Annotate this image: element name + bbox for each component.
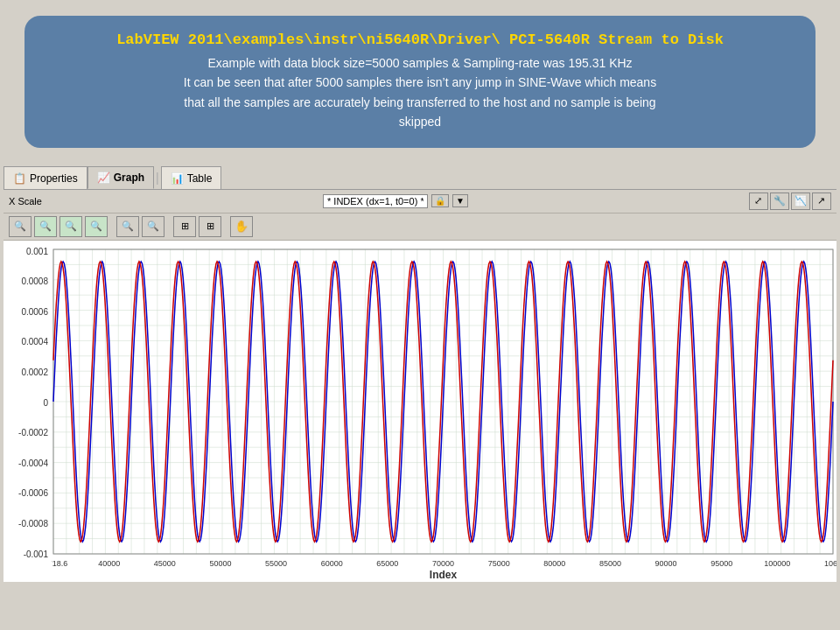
svg-text:75000: 75000	[488, 559, 510, 568]
zoom-fit-button[interactable]: 🔍	[9, 216, 32, 237]
graph-tab[interactable]: 📈 Graph	[88, 166, 154, 189]
y-label-n0002: -0.0002	[18, 429, 48, 438]
info-line3: that all the samples are accurately bein…	[46, 93, 794, 112]
zoom-x-button[interactable]: 🔍	[34, 216, 57, 237]
lock-button[interactable]: 🔒	[431, 194, 449, 207]
zoom-region-button[interactable]: 🔍	[85, 216, 108, 237]
svg-text:70000: 70000	[432, 559, 454, 568]
xscale-left: X Scale	[9, 196, 42, 206]
graph-icon: 📈	[97, 172, 110, 184]
zoom-y-button[interactable]: 🔍	[60, 216, 82, 237]
xscale-row: X Scale 🔒 ▼ ⤢ 🔧 📉 ↗	[4, 190, 836, 214]
info-box: LabVIEW 2011\examples\instr\ni5640R\Driv…	[24, 16, 816, 148]
svg-text:90000: 90000	[655, 559, 677, 568]
svg-text:85000: 85000	[599, 559, 621, 568]
y-label-0006: 0.0006	[21, 308, 48, 317]
tab-separator: |	[154, 171, 161, 185]
export-button[interactable]: ↗	[812, 192, 831, 210]
resize-button[interactable]: ⊞	[199, 216, 221, 237]
y-label-0004: 0.0004	[21, 338, 48, 346]
info-line2: It can be seen that after 5000 samples t…	[46, 73, 794, 92]
info-body: Example with data block size=5000 sample…	[46, 53, 794, 132]
y-label-0002: 0.0002	[21, 368, 48, 377]
svg-text:60000: 60000	[321, 559, 343, 568]
panel: 📋 Properties 📈 Graph | 📊 Table X Scale 🔒…	[4, 164, 836, 582]
properties-label: Properties	[30, 172, 78, 185]
zoom-in-button[interactable]: 🔍	[116, 216, 139, 237]
info-line1: Example with data block size=5000 sample…	[46, 53, 794, 73]
svg-text:33718.6: 33718.6	[52, 559, 67, 568]
y-label-n0004: -0.0004	[18, 459, 48, 468]
xscale-label: X Scale	[9, 196, 42, 206]
xscale-right-buttons: ⤢ 🔧 📉 ↗	[749, 192, 831, 210]
svg-text:100000: 100000	[764, 559, 790, 568]
svg-text:55000: 55000	[265, 559, 287, 568]
y-label-n0008: -0.0008	[18, 520, 48, 528]
x-axis-label: Index	[430, 569, 458, 581]
y-label-0: 0	[43, 399, 48, 408]
y-label-n001: -0.001	[24, 550, 48, 559]
info-title: LabVIEW 2011\examples\instr\ni5640R\Driv…	[46, 32, 794, 48]
svg-text:95000: 95000	[710, 559, 732, 568]
y-label-n0006: -0.0006	[18, 489, 48, 498]
table-tab[interactable]: 📊 Table	[161, 166, 222, 189]
y-label-0001: 0.001	[26, 248, 48, 256]
svg-text:40000: 40000	[98, 559, 120, 568]
xscale-input-group: 🔒 ▼	[323, 194, 468, 208]
tabs-row: 📋 Properties 📈 Graph | 📊 Table	[4, 164, 836, 190]
table-label: Table	[187, 172, 213, 185]
info-line4: skipped	[46, 112, 794, 131]
toolbar-row: 🔍 🔍 🔍 🔍 🔍 🔍 ⊞ ⊞ ✋	[4, 214, 836, 241]
table-icon: 📊	[171, 172, 184, 185]
x-labels: 33718.6400004500050000550006000065000700…	[52, 559, 836, 568]
properties-icon: 📋	[13, 172, 26, 185]
chart-svg: 33718.6400004500050000550006000065000700…	[52, 241, 836, 582]
zoom-button[interactable]: 📉	[791, 192, 810, 210]
chart-plot: 33718.6400004500050000550006000065000700…	[52, 241, 836, 582]
graph-label: Graph	[114, 172, 144, 184]
autoscale-x-button[interactable]: ⤢	[749, 192, 768, 210]
svg-text:65000: 65000	[376, 559, 398, 568]
xscale-dropdown[interactable]: ▼	[452, 194, 468, 207]
svg-text:80000: 80000	[543, 559, 565, 568]
grid-button[interactable]: ⊞	[173, 216, 196, 237]
properties-tab[interactable]: 📋 Properties	[4, 166, 88, 189]
y-axis: 0.001 0.0008 0.0006 0.0004 0.0002 0 -0.0…	[4, 241, 52, 582]
svg-text:50000: 50000	[209, 559, 231, 568]
y-label-0008: 0.0008	[21, 277, 48, 286]
svg-text:1063: 1063	[824, 559, 836, 568]
zoom-out-button[interactable]: 🔍	[142, 216, 164, 237]
pan-button[interactable]: ✋	[230, 216, 253, 237]
chart-container: 0.001 0.0008 0.0006 0.0004 0.0002 0 -0.0…	[4, 241, 836, 582]
svg-text:45000: 45000	[154, 559, 176, 568]
wrench-button[interactable]: 🔧	[770, 192, 789, 210]
xscale-input[interactable]	[323, 194, 428, 208]
